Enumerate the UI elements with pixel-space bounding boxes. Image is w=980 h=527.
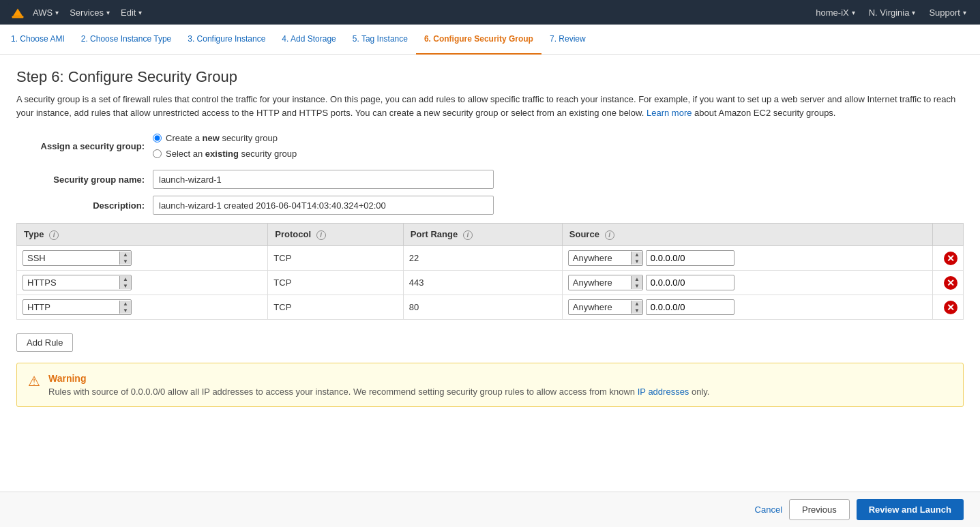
brand-label: AWS (33, 7, 53, 18)
region-label: N. Virginia (869, 7, 910, 18)
remove-rule-button-2[interactable]: ✕ (944, 301, 957, 314)
source-select-value-1: Anywhere (569, 275, 631, 290)
source-arrow-down-2[interactable]: ▼ (634, 307, 640, 314)
step-7[interactable]: 7. Review (541, 25, 594, 55)
warning-triangle-icon: ⚠ (28, 373, 40, 389)
cell-remove-2: ✕ (933, 295, 964, 320)
sg-desc-label: Description: (16, 200, 153, 211)
source-arrow-up-2[interactable]: ▲ (634, 301, 640, 307)
sg-name-input[interactable] (153, 170, 494, 189)
support-menu[interactable]: Support ▾ (923, 7, 972, 18)
cell-source-0: Anywhere ▲ ▼ (562, 246, 932, 271)
account-chevron: ▾ (852, 9, 855, 16)
radio-existing-option: Select an existing security group (153, 149, 297, 159)
source-input-2[interactable] (646, 299, 734, 315)
page-title: Step 6: Configure Security Group (16, 68, 964, 86)
source-arrow-up-1[interactable]: ▲ (634, 276, 640, 283)
ip-addresses-link[interactable]: IP addresses (638, 387, 689, 397)
source-info-icon[interactable]: i (605, 230, 614, 240)
review-and-launch-button[interactable]: Review and Launch (857, 499, 964, 520)
account-menu[interactable]: home-iX ▾ (810, 7, 860, 18)
cell-port-1: 443 (403, 271, 562, 295)
type-select-2[interactable]: HTTP ▲ ▼ (23, 299, 132, 315)
protocol-value-1: TCP (273, 277, 291, 288)
port-value-0: 22 (409, 253, 419, 263)
support-label: Support (929, 7, 960, 18)
source-arrows-0[interactable]: ▲ ▼ (631, 252, 642, 265)
type-arrow-up-1[interactable]: ▲ (123, 276, 128, 283)
source-select-2[interactable]: Anywhere ▲ ▼ (568, 299, 643, 315)
step-nav: 1. Choose AMI 2. Choose Instance Type 3.… (0, 25, 980, 55)
source-input-1[interactable] (646, 275, 734, 290)
type-arrows-1[interactable]: ▲ ▼ (119, 276, 131, 289)
type-arrows-0[interactable]: ▲ ▼ (119, 252, 131, 265)
type-arrows-2[interactable]: ▲ ▼ (119, 301, 131, 314)
main-content: Step 6: Configure Security Group A secur… (0, 55, 980, 462)
cell-type-0: SSH ▲ ▼ (17, 246, 268, 271)
type-value-0: SSH (23, 251, 119, 265)
cell-protocol-2: TCP (268, 295, 403, 320)
type-arrow-up-0[interactable]: ▲ (123, 252, 128, 258)
port-info-icon[interactable]: i (463, 230, 473, 240)
protocol-info-icon[interactable]: i (316, 230, 326, 240)
table-row: SSH ▲ ▼ TCP 22 Anywhere ▲ (17, 246, 964, 271)
type-arrow-down-1[interactable]: ▼ (123, 283, 128, 290)
edit-menu[interactable]: Edit ▾ (115, 7, 147, 18)
source-wrapper-0: Anywhere ▲ ▼ (568, 250, 927, 266)
radio-new-label[interactable]: Create a new security group (166, 133, 278, 143)
radio-existing-label[interactable]: Select an existing security group (166, 149, 297, 159)
radio-new-option: Create a new security group (153, 133, 297, 143)
radio-options: Create a new security group Select an ex… (153, 133, 297, 159)
source-select-0[interactable]: Anywhere ▲ ▼ (568, 250, 643, 266)
add-rule-button[interactable]: Add Rule (16, 333, 73, 352)
col-protocol: Protocol i (268, 224, 403, 246)
warning-box: ⚠ Warning Rules with source of 0.0.0.0/0… (16, 363, 964, 407)
cell-type-1: HTTPS ▲ ▼ (17, 271, 268, 295)
svg-rect-2 (12, 16, 24, 18)
learn-more-link[interactable]: Learn more (647, 108, 692, 118)
source-arrow-up-0[interactable]: ▲ (634, 252, 640, 258)
services-label: Services (70, 7, 104, 18)
cancel-link[interactable]: Cancel (755, 505, 782, 515)
step-2[interactable]: 2. Choose Instance Type (73, 25, 180, 55)
type-select-0[interactable]: SSH ▲ ▼ (23, 250, 132, 266)
cell-protocol-0: TCP (268, 246, 403, 271)
step-1[interactable]: 1. Choose AMI (11, 25, 73, 55)
source-select-1[interactable]: Anywhere ▲ ▼ (568, 275, 643, 290)
source-input-0[interactable] (646, 250, 734, 266)
source-arrows-1[interactable]: ▲ ▼ (631, 276, 642, 289)
type-arrow-up-2[interactable]: ▲ (123, 301, 128, 307)
sg-name-row: Security group name: (16, 170, 964, 189)
warning-text: Rules with source of 0.0.0.0/0 allow all… (48, 387, 709, 397)
type-info-icon[interactable]: i (49, 230, 59, 240)
source-arrow-down-0[interactable]: ▼ (634, 258, 640, 265)
source-arrow-down-1[interactable]: ▼ (634, 283, 640, 290)
type-arrow-down-2[interactable]: ▼ (123, 307, 128, 314)
source-arrows-2[interactable]: ▲ ▼ (631, 301, 642, 314)
assign-label: Assign a security group: (16, 141, 153, 151)
step-5[interactable]: 5. Tag Instance (344, 25, 416, 55)
radio-existing-input[interactable] (153, 149, 162, 158)
step-6[interactable]: 6. Configure Security Group (416, 25, 541, 55)
step-4[interactable]: 4. Add Storage (273, 25, 344, 55)
edit-label: Edit (121, 7, 136, 18)
region-chevron: ▾ (912, 9, 915, 16)
top-nav: AWS ▾ Services ▾ Edit ▾ home-iX ▾ N. Vir… (0, 0, 980, 25)
bottom-bar: Cancel Previous Review and Launch (0, 492, 980, 527)
radio-new-input[interactable] (153, 134, 162, 142)
step-3[interactable]: 3. Configure Instance (179, 25, 273, 55)
rules-table: Type i Protocol i Port Range i Source i (16, 223, 964, 320)
remove-rule-button-1[interactable]: ✕ (944, 276, 957, 290)
table-row: HTTP ▲ ▼ TCP 80 Anywhere ▲ (17, 295, 964, 320)
brand-menu[interactable]: AWS ▾ (27, 7, 64, 18)
previous-button[interactable]: Previous (789, 499, 850, 520)
top-nav-right: home-iX ▾ N. Virginia ▾ Support ▾ (810, 7, 972, 18)
remove-rule-button-0[interactable]: ✕ (944, 252, 957, 265)
type-select-1[interactable]: HTTPS ▲ ▼ (23, 275, 132, 290)
type-arrow-down-0[interactable]: ▼ (123, 258, 128, 265)
protocol-value-0: TCP (273, 253, 291, 263)
cell-source-2: Anywhere ▲ ▼ (562, 295, 932, 320)
region-menu[interactable]: N. Virginia ▾ (863, 7, 921, 18)
sg-desc-input[interactable] (153, 196, 494, 215)
services-menu[interactable]: Services ▾ (64, 7, 115, 18)
